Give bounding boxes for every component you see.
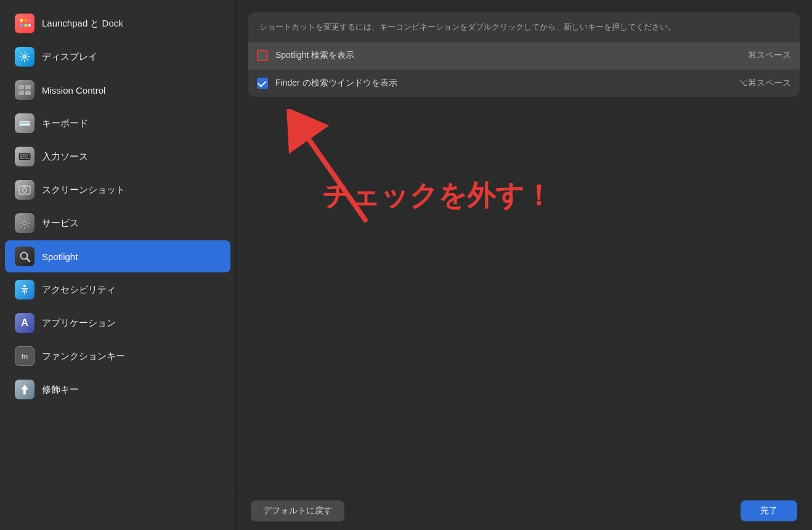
shortcut-row-finder[interactable]: Finder の検索ウインドウを表示 ⌥⌘スペース [248,70,800,97]
sidebar-item-spotlight[interactable]: Spotlight [5,240,230,272]
finder-checkbox[interactable] [257,78,268,89]
svg-point-16 [23,188,27,192]
sidebar-item-label: 入力ソース [42,151,88,163]
svg-rect-15 [19,186,30,194]
sidebar-item-label: アプリケーション [42,317,116,329]
input-icon: ⌨ [15,147,35,166]
svg-point-2 [20,24,23,27]
svg-point-1 [25,19,28,22]
annotation-overlay: チェックを外す！ [248,109,800,306]
finder-label: Finder の検索ウインドウを表示 [275,78,738,89]
shortcuts-hint: ショートカットを変更するには、キーコンビネーションをダブルクリックしてから、新し… [248,12,800,43]
bottom-bar: デフォルトに戻す 完了 [236,491,812,530]
finder-key: ⌥⌘スペース [738,78,791,89]
svg-line-11 [22,54,23,55]
mission-icon [15,80,35,100]
spotlight-label: Spotlight 検索を表示 [275,50,748,61]
display-icon [15,47,35,67]
keyboard-icon: ⌨️ [15,113,35,133]
svg-point-21 [23,285,26,287]
sidebar-item-mission[interactable]: Mission Control [5,74,230,106]
svg-line-14 [22,59,23,60]
svg-line-24 [301,128,365,220]
modifier-icon [15,380,35,399]
annotation-text: チェックを外す！ [322,177,553,215]
sidebar-item-display[interactable]: ディスプレイ [5,41,230,73]
svg-point-0 [20,19,23,22]
sidebar-item-keyboard[interactable]: ⌨️ キーボード [5,107,230,139]
sidebar: Launchpad と Dock ディスプレイ Mission Control … [0,0,236,530]
sidebar-item-label: Launchpad と Dock [42,18,123,30]
svg-point-3 [25,24,28,27]
sidebar-item-input[interactable]: ⌨ 入力ソース [5,141,230,173]
done-button[interactable]: 完了 [741,500,797,521]
svg-marker-22 [21,385,28,394]
sidebar-item-label: 修飾キー [42,384,79,396]
screenshot-icon [15,180,35,200]
accessibility-icon [15,280,35,300]
sidebar-item-launchpad[interactable]: Launchpad と Dock [5,7,230,39]
sidebar-item-label: アクセシビリティ [42,284,116,296]
sidebar-item-apps[interactable]: A アプリケーション [5,307,230,339]
sidebar-item-screenshot[interactable]: スクリーンショット [5,174,230,206]
spotlight-checkbox[interactable] [257,50,268,61]
svg-point-5 [28,24,31,27]
svg-point-4 [28,19,31,22]
sidebar-item-label: スクリーンショット [42,184,125,196]
sidebar-item-fn[interactable]: fn ファンクションキー [5,340,230,372]
svg-point-6 [22,54,27,59]
sidebar-item-label: ディスプレイ [42,51,97,63]
sidebar-item-label: ファンクションキー [42,351,125,362]
services-icon [15,213,35,233]
arrow-svg [267,109,390,232]
spotlight-key: ⌘スペース [748,50,791,61]
sidebar-item-label: Spotlight [42,251,78,262]
spotlight-icon [15,247,35,266]
shortcut-row-spotlight[interactable]: Spotlight 検索を表示 ⌘スペース [248,43,800,70]
svg-point-18 [23,221,26,225]
svg-line-12 [27,59,28,60]
main-content: ショートカットを変更するには、キーコンビネーションをダブルクリックしてから、新し… [236,0,812,530]
sidebar-item-label: サービス [42,218,79,229]
sidebar-item-label: キーボード [42,118,88,129]
sidebar-item-services[interactable]: サービス [5,207,230,239]
sidebar-item-accessibility[interactable]: アクセシビリティ [5,274,230,306]
svg-rect-17 [23,185,26,187]
sidebar-item-label: Mission Control [42,85,105,96]
sidebar-item-modifier[interactable]: 修飾キー [5,373,230,406]
reset-button[interactable]: デフォルトに戻す [251,500,344,521]
svg-line-20 [27,259,30,262]
launchpad-icon [15,14,35,33]
svg-line-13 [27,54,28,55]
fn-icon: fn [15,346,35,366]
shortcuts-panel: ショートカットを変更するには、キーコンビネーションをダブルクリックしてから、新し… [248,12,800,97]
apps-icon: A [15,313,35,333]
